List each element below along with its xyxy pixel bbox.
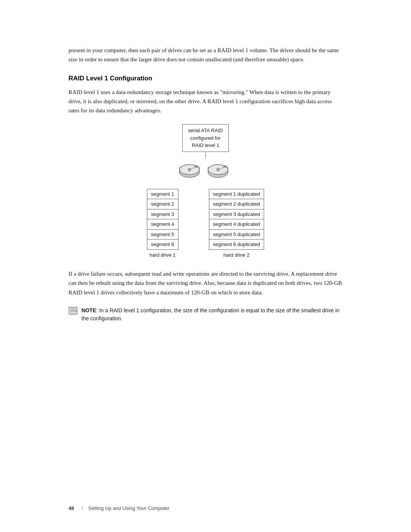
segment-cell: segment 4 — [147, 219, 178, 230]
svg-rect-14 — [69, 307, 77, 314]
note-body: In a RAID level 1 configuration, the siz… — [81, 307, 339, 322]
footer-separator: I — [81, 505, 83, 511]
connector-line — [206, 152, 206, 159]
segment-duplicated-cell: segment 1 duplicated — [209, 189, 264, 199]
raid-label-box: serial ATA RAID configured for RAID leve… — [182, 124, 228, 152]
note-text: NOTE: In a RAID level 1 configuration, t… — [81, 307, 342, 323]
section-heading: RAID Level 1 Configuration — [68, 75, 342, 82]
intro-paragraph: present in your computer, then each pair… — [68, 46, 342, 64]
segment-duplicated-cell: segment 3 duplicated — [209, 209, 264, 219]
segment-duplicated-cell: segment 4 duplicated — [209, 219, 264, 230]
drive-2-column: segment 1 duplicatedsegment 2 duplicated… — [209, 189, 264, 258]
page: present in your computer, then each pair… — [0, 0, 411, 532]
hard-drive-1-icon — [179, 159, 204, 180]
raid-diagram: serial ATA RAID configured for RAID leve… — [68, 124, 342, 258]
segment-cell: segment 1 — [147, 189, 178, 199]
footer-page-number: 48 — [68, 505, 74, 511]
drive-1-column: segment 1segment 2segment 3segment 4segm… — [147, 189, 178, 258]
segments-section: segment 1segment 2segment 3segment 4segm… — [68, 189, 342, 258]
footer-title: Setting Up and Using Your Computer — [88, 505, 169, 511]
segment-duplicated-cell: segment 5 duplicated — [209, 229, 264, 240]
segment-cell: segment 3 — [147, 209, 178, 219]
segment-duplicated-cell: segment 6 duplicated — [209, 240, 264, 250]
segment-cell: segment 2 — [147, 199, 178, 209]
hard-drive-2-icon — [207, 159, 232, 180]
page-footer: 48 I Setting Up and Using Your Computer — [0, 505, 411, 511]
drives-area — [179, 159, 232, 180]
body-paragraph: If a drive failure occurs, subsequent re… — [68, 269, 342, 297]
segment-cell: segment 6 — [147, 240, 178, 250]
drive-2-segments-table: segment 1 duplicatedsegment 2 duplicated… — [209, 189, 264, 250]
section-body: RAID level 1 uses a data-redundancy stor… — [68, 88, 342, 115]
svg-point-5 — [188, 168, 191, 171]
raid-label-line2: configured for — [190, 135, 221, 141]
svg-rect-6 — [195, 166, 198, 167]
svg-point-12 — [217, 168, 219, 171]
raid-label-line3: RAID level 1 — [192, 142, 219, 148]
raid-label-line1: serial ATA RAID — [188, 128, 223, 133]
drive-1-segments-table: segment 1segment 2segment 3segment 4segm… — [147, 189, 178, 250]
note-section: NOTE: In a RAID level 1 configuration, t… — [68, 307, 342, 323]
segment-duplicated-cell: segment 2 duplicated — [209, 199, 264, 209]
svg-rect-13 — [224, 166, 226, 167]
segment-cell: segment 5 — [147, 229, 178, 240]
drive-1-label: hard drive 1 — [150, 252, 176, 258]
drive-2-label: hard drive 2 — [223, 252, 250, 258]
note-label: NOTE — [81, 307, 96, 313]
note-icon — [68, 307, 78, 315]
